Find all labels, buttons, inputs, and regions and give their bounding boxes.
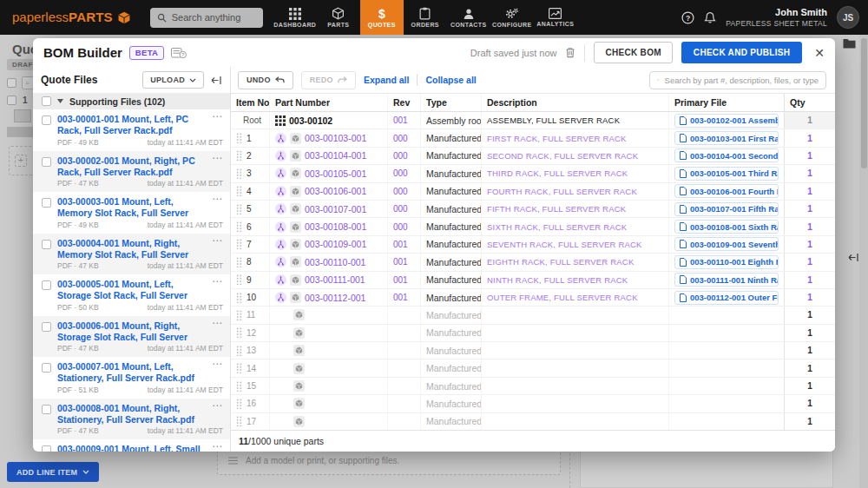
description-cell[interactable] [481, 395, 668, 412]
type-cell[interactable]: Manufactured [420, 183, 481, 200]
part-number-cell[interactable]: 003-00112-001 [269, 289, 387, 306]
type-cell[interactable]: Assembly root [420, 112, 481, 129]
scrollbar-thumb[interactable] [861, 38, 867, 168]
part-number-link[interactable]: 003-00111-001 [305, 274, 365, 285]
select-all-checkbox[interactable] [42, 96, 51, 106]
bom-row-15[interactable]: 15Manufactured1 [231, 378, 835, 395]
part-number-cell[interactable] [269, 307, 387, 323]
part-number-cell[interactable] [269, 413, 387, 430]
drag-handle-icon[interactable] [236, 310, 242, 320]
part-number-link[interactable]: 003-00103-001 [305, 133, 366, 143]
file-link[interactable]: 003-00008-001 Mount, Right, Stationery, … [57, 403, 204, 425]
type-cell[interactable]: Manufactured [420, 359, 481, 376]
primary-file-cell[interactable]: 003-00106-001 Fourth Rack, Ful [668, 183, 784, 200]
branch-icon[interactable] [275, 168, 286, 179]
primary-file-cell[interactable]: 003-00111-001 Ninth Rack, Full S [668, 272, 784, 288]
avatar[interactable]: JS [837, 6, 859, 29]
description-cell[interactable]: FOURTH RACK, FULL SERVER RACK [481, 183, 668, 200]
file-link[interactable]: 003-00006-001 Mount, Right, Storage Slot… [57, 320, 204, 343]
drag-handle-icon[interactable] [236, 257, 242, 267]
bom-row-8[interactable]: 8003-00110-001001ManufacturedEIGHTH RACK… [231, 254, 835, 271]
file-link[interactable]: 003-00005-001 Mount, Left, Storage Slot … [57, 279, 204, 301]
collapse-left-icon[interactable] [848, 253, 859, 262]
primary-file-cell[interactable] [668, 378, 784, 394]
file-chip[interactable]: 003-00105-001 Third Rack, Full [674, 167, 779, 181]
description-cell[interactable]: SIXTH RACK, FULL SERVER RACK [481, 218, 668, 234]
part-number-link[interactable]: 003-00104-001 [305, 150, 366, 161]
type-cell[interactable]: Manufactured [420, 325, 481, 341]
caret-down-icon[interactable] [57, 99, 63, 103]
rev-cell[interactable]: 001 [387, 236, 420, 253]
part-number-cell[interactable]: 003-00107-001 [269, 201, 387, 217]
file-menu-icon[interactable]: ⋯ [212, 317, 223, 329]
description-cell[interactable]: THIRD RACK, FULL SERVER RACK [481, 165, 668, 181]
part-number-link[interactable]: 003-00109-001 [305, 239, 366, 249]
trash-icon[interactable] [565, 47, 575, 58]
description-cell[interactable]: ASSEMBLY, FULL SERVER RACK [481, 112, 668, 129]
nav-item-contacts[interactable]: CONTACTS [447, 0, 490, 35]
drag-handle-icon[interactable] [236, 133, 242, 143]
description-cell[interactable] [481, 325, 668, 341]
primary-file-cell[interactable]: 003-00112-001 Outer Frame, Ful [668, 289, 784, 306]
supporting-files-group-header[interactable]: Supporting Files (102) [33, 93, 230, 109]
branch-icon[interactable] [275, 133, 286, 144]
primary-file-cell[interactable]: 003-00105-001 Third Rack, Full [668, 165, 784, 181]
column-header-type[interactable]: Type [420, 94, 481, 111]
branch-icon[interactable] [275, 256, 286, 267]
type-cell[interactable]: Manufactured [420, 148, 481, 164]
app-logo[interactable]: paperlessPARTS [12, 10, 131, 25]
qty-cell[interactable]: 1 [784, 359, 835, 376]
nav-item-orders[interactable]: ORDERS [404, 0, 447, 35]
description-cell[interactable]: EIGHTH RACK, FULL SERVER RACK [481, 254, 668, 270]
file-link[interactable]: 003-00001-001 Mount, Left, PC Rack, Full… [57, 114, 204, 136]
description-cell[interactable] [481, 378, 668, 394]
bom-row-12[interactable]: 12Manufactured1 [231, 325, 835, 342]
qty-cell[interactable]: 1 [784, 112, 835, 129]
type-cell[interactable]: Manufactured [420, 272, 481, 288]
file-checkbox[interactable] [42, 198, 51, 208]
nav-item-quotes[interactable]: $QUOTES [360, 0, 404, 35]
drag-handle-icon[interactable] [236, 239, 242, 249]
nav-item-parts[interactable]: PARTS [317, 0, 360, 35]
rev-cell[interactable]: 001 [387, 272, 420, 288]
nav-item-dashboard[interactable]: DASHBOARD [273, 0, 317, 35]
part-number-link[interactable]: 003-00108-001 [305, 221, 366, 232]
drag-handle-icon[interactable] [236, 346, 242, 356]
primary-file-cell[interactable]: 003-00109-001 Seventh Rack, F [668, 236, 784, 253]
add-line-item-button[interactable]: ADD LINE ITEM [7, 462, 99, 482]
branch-icon[interactable] [275, 274, 286, 286]
qty-cell[interactable]: 1 [784, 413, 835, 430]
part-number-cell[interactable] [269, 359, 387, 376]
file-item[interactable]: 003-00006-001 Mount, Right, Storage Slot… [33, 316, 230, 358]
bg-checkbox[interactable] [7, 96, 16, 105]
type-cell[interactable]: Manufactured [420, 254, 481, 270]
file-chip[interactable]: 003-00111-001 Ninth Rack, Full S [674, 273, 779, 287]
drag-handle-icon[interactable] [236, 150, 242, 161]
part-number-cell[interactable]: 003-00110-001 [269, 254, 387, 270]
rev-cell[interactable]: 000 [387, 129, 420, 146]
part-number-link[interactable]: 003-00107-001 [305, 204, 366, 214]
upload-button[interactable]: UPLOAD [142, 71, 204, 89]
bom-row-10[interactable]: 10003-00112-001001ManufacturedOUTER FRAM… [231, 289, 835, 307]
file-chip[interactable]: 003-00106-001 Fourth Rack, Ful [674, 184, 779, 198]
type-cell[interactable]: Manufactured [420, 342, 481, 359]
undo-button[interactable]: UNDO [238, 71, 293, 89]
bell-icon[interactable] [704, 11, 716, 24]
primary-file-cell[interactable] [668, 395, 784, 412]
branch-icon[interactable] [275, 221, 286, 233]
drag-handle-icon[interactable] [236, 221, 242, 232]
bom-row-1[interactable]: 1003-00103-001000ManufacturedFIRST RACK,… [231, 129, 835, 147]
part-number-link[interactable]: 003-00106-001 [305, 186, 366, 196]
bom-row-3[interactable]: 3003-00105-001000ManufacturedTHIRD RACK,… [231, 165, 835, 182]
type-cell[interactable]: Manufactured [420, 165, 481, 181]
file-link[interactable]: 003-00007-001 Mount, Left, Stationery, F… [57, 361, 204, 384]
file-chip[interactable]: 003-00103-001 First Rack, Full S [674, 131, 779, 145]
bom-row-6[interactable]: 6003-00108-001000ManufacturedSIXTH RACK,… [231, 218, 835, 235]
rev-cell[interactable]: 000 [387, 218, 420, 234]
drag-handle-icon[interactable] [236, 204, 242, 214]
qty-cell[interactable]: 1 [784, 395, 835, 412]
description-cell[interactable]: FIRST RACK, FULL SERVER RACK [481, 129, 668, 146]
primary-file-cell[interactable]: 003-00108-001 Sixth Rack, Full S [668, 218, 784, 234]
file-menu-icon[interactable]: ⋯ [212, 358, 223, 370]
bom-row-14[interactable]: 14Manufactured1 [231, 359, 835, 377]
